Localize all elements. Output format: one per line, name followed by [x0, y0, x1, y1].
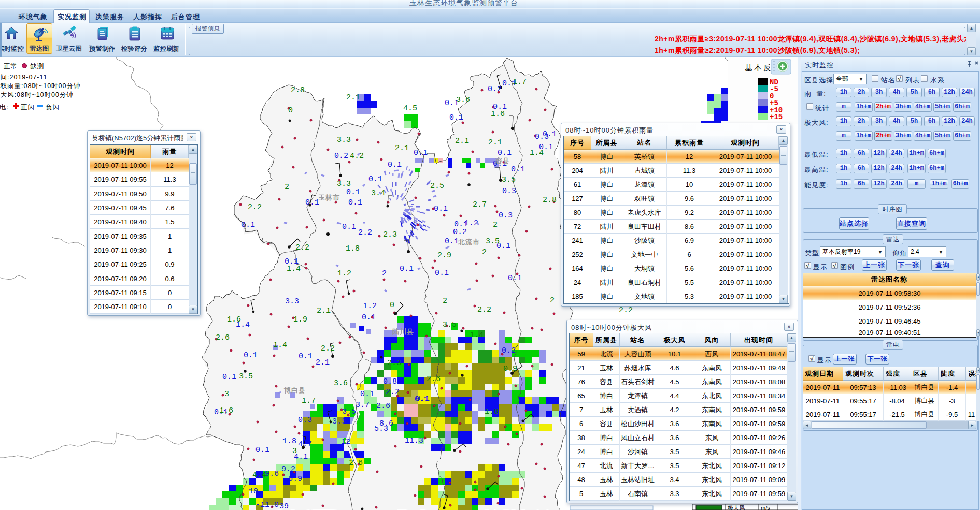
svg-text:m/s: m/s — [761, 505, 770, 510]
svg-text:1.4: 1.4 — [273, 341, 287, 349]
svg-text:0.1: 0.1 — [434, 205, 448, 213]
svg-text:4.1: 4.1 — [294, 453, 308, 461]
svg-text:时间:2019-07-11: 时间:2019-07-11 — [0, 74, 48, 81]
svg-text:正闪: 正闪 — [21, 104, 35, 111]
svg-text:2.2: 2.2 — [248, 203, 262, 212]
svg-text:博白县: 博白县 — [283, 386, 306, 394]
svg-text:6.9: 6.9 — [288, 475, 302, 484]
svg-text:3.5: 3.5 — [342, 407, 356, 416]
svg-text:2.1: 2.1 — [455, 137, 469, 145]
svg-text:3.4: 3.4 — [371, 189, 385, 198]
svg-text:2.6: 2.6 — [427, 375, 441, 384]
svg-text:1.2: 1.2 — [363, 302, 377, 311]
svg-text:1.9: 1.9 — [293, 315, 307, 324]
svg-text:北流市: 北流市 — [458, 238, 480, 246]
svg-text:2.1: 2.1 — [395, 144, 409, 153]
svg-text:0.1: 0.1 — [539, 143, 553, 152]
svg-text:5.3: 5.3 — [374, 425, 388, 433]
svg-text:2.2: 2.2 — [386, 388, 400, 397]
svg-text:基本反: 基本反 — [745, 63, 773, 72]
svg-text:极大风: 极大风 — [727, 505, 745, 510]
svg-text:2: 2 — [285, 183, 289, 192]
svg-text:2.2: 2.2 — [619, 306, 633, 315]
svg-text:2.1: 2.1 — [488, 138, 502, 147]
svg-text:4.7: 4.7 — [298, 440, 312, 449]
svg-text:陆川县: 陆川县 — [392, 328, 414, 336]
svg-text:0.1: 0.1 — [496, 242, 510, 251]
svg-text:0.1: 0.1 — [348, 198, 362, 207]
svg-text:正常: 正常 — [4, 63, 18, 70]
svg-text:2.5: 2.5 — [430, 182, 444, 191]
svg-text:2: 2 — [382, 269, 387, 278]
svg-text:2.3: 2.3 — [383, 230, 397, 239]
svg-text:0.1: 0.1 — [508, 274, 522, 283]
svg-text:3.3: 3.3 — [337, 136, 351, 144]
svg-text:12: 12 — [341, 438, 350, 446]
svg-text:电:: 电: — [0, 104, 9, 111]
svg-text:缺测: 缺测 — [30, 63, 44, 70]
svg-text:2: 2 — [493, 221, 498, 229]
svg-text:0.1: 0.1 — [241, 221, 255, 229]
svg-text:1.7: 1.7 — [302, 397, 316, 405]
svg-text:1.4: 1.4 — [236, 320, 250, 329]
svg-text:0.1: 0.1 — [346, 188, 360, 197]
svg-text:0.1: 0.1 — [543, 130, 557, 139]
svg-text:0.1: 0.1 — [368, 175, 382, 184]
svg-text:2.2: 2.2 — [321, 344, 335, 353]
svg-text:39: 39 — [279, 502, 289, 510]
svg-text:2.1: 2.1 — [317, 307, 331, 315]
svg-text:0.1: 0.1 — [244, 351, 258, 360]
svg-text:0.1: 0.1 — [511, 165, 525, 174]
svg-text:2.3: 2.3 — [387, 359, 401, 368]
svg-text:累积雨量:08时~10时00分钟: 累积雨量:08时~10时00分钟 — [0, 82, 80, 90]
svg-text:2.2: 2.2 — [358, 228, 372, 237]
svg-text:0.3: 0.3 — [502, 187, 516, 196]
svg-text:2.2: 2.2 — [295, 243, 309, 252]
svg-text:1.4: 1.4 — [470, 331, 484, 340]
svg-text:0: 0 — [390, 301, 394, 310]
svg-text:2: 2 — [443, 297, 447, 305]
svg-text:负闪: 负闪 — [46, 104, 60, 111]
svg-text:2.8: 2.8 — [543, 196, 557, 205]
svg-text:0.1: 0.1 — [449, 113, 463, 122]
svg-text:0.1: 0.1 — [388, 161, 402, 169]
svg-text:0.1: 0.1 — [445, 237, 459, 246]
svg-text:0.2: 0.2 — [488, 85, 502, 94]
svg-text:0.8: 0.8 — [383, 377, 397, 386]
svg-text:0.3: 0.3 — [499, 211, 513, 220]
svg-text:0.3: 0.3 — [298, 416, 312, 425]
svg-text:0.1: 0.1 — [502, 79, 516, 88]
svg-text:0.1: 0.1 — [342, 223, 356, 231]
svg-text:2.6: 2.6 — [376, 402, 390, 411]
svg-text:4.5: 4.5 — [403, 104, 417, 113]
svg-text:0.2: 0.2 — [334, 152, 348, 161]
svg-text:3.5: 3.5 — [239, 372, 253, 381]
svg-text:容县: 容县 — [495, 157, 510, 165]
svg-text:极大风:08时~10时00分钟: 极大风:08时~10时00分钟 — [0, 91, 74, 98]
svg-text:0.1: 0.1 — [415, 395, 429, 404]
svg-text:2.6: 2.6 — [349, 459, 363, 468]
svg-text:0.1: 0.1 — [435, 269, 449, 278]
svg-text:-11.0: -11.0 — [255, 501, 279, 509]
svg-text:0.1: 0.1 — [255, 446, 269, 455]
svg-text:0.2: 0.2 — [502, 346, 516, 355]
svg-text:2: 2 — [550, 296, 555, 305]
svg-text:玉林市: 玉林市 — [318, 194, 340, 201]
svg-text:3.7: 3.7 — [356, 401, 370, 410]
svg-text:3.6: 3.6 — [456, 96, 470, 105]
svg-text:3: 3 — [224, 390, 229, 399]
svg-text:2.7: 2.7 — [473, 200, 487, 209]
svg-text:0.1: 0.1 — [498, 149, 512, 157]
svg-text:2.1: 2.1 — [316, 358, 330, 367]
svg-text:2.1: 2.1 — [346, 93, 360, 102]
svg-text:0.1: 0.1 — [493, 103, 507, 111]
svg-text:0.1: 0.1 — [222, 373, 236, 382]
svg-text:3.5: 3.5 — [443, 320, 457, 329]
svg-text:1.6: 1.6 — [219, 406, 233, 415]
svg-text:0: 0 — [288, 106, 293, 115]
svg-text:9.6: 9.6 — [265, 470, 279, 478]
svg-text:3.5: 3.5 — [502, 176, 516, 184]
svg-text:2.2: 2.2 — [477, 305, 491, 314]
svg-text:0.1: 0.1 — [414, 149, 428, 157]
svg-text:2.9: 2.9 — [437, 251, 451, 260]
